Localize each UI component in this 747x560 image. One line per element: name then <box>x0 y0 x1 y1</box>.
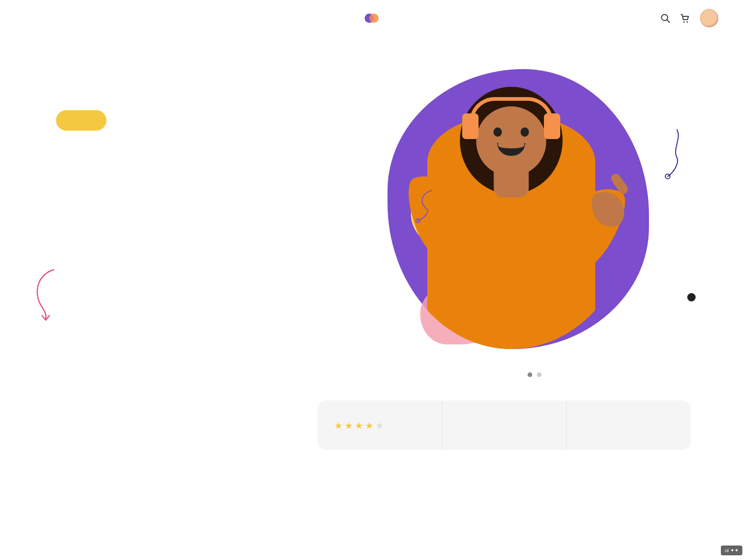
ui-badge: ui ✦✦ <box>721 546 742 555</box>
main-nav <box>0 36 747 50</box>
hero-image-area <box>359 60 710 386</box>
hero-section <box>0 50 747 386</box>
slide-dot-2[interactable] <box>537 372 542 377</box>
star-3: ★ <box>355 420 363 431</box>
hero-actions <box>56 110 359 131</box>
header <box>0 0 747 36</box>
slide-indicator <box>528 372 542 377</box>
star-2: ★ <box>345 420 353 431</box>
avatar[interactable] <box>699 8 719 28</box>
stats-section: ★ ★ ★ ★ ★ <box>0 386 747 470</box>
hero-content <box>56 60 359 131</box>
cart-icon[interactable] <box>680 13 690 23</box>
svg-point-4 <box>684 21 685 23</box>
star-4: ★ <box>365 420 374 431</box>
star-5-half: ★ <box>375 420 384 431</box>
svg-point-5 <box>687 21 688 23</box>
shop-now-button[interactable] <box>56 110 106 131</box>
svg-line-3 <box>667 20 670 23</box>
slide-dot-1[interactable] <box>528 372 532 377</box>
avatar-image <box>701 10 718 27</box>
stat-stars: ★ ★ ★ ★ ★ <box>334 420 425 431</box>
stat-card-rating: ★ ★ ★ ★ ★ <box>317 400 442 450</box>
black-dot-decoration <box>687 293 696 301</box>
stats-cards: ★ ★ ★ ★ ★ <box>317 400 691 450</box>
arrow-decoration <box>28 265 65 323</box>
logo[interactable] <box>364 10 383 26</box>
logo-icon <box>364 10 380 26</box>
search-icon[interactable] <box>660 13 670 23</box>
doodle-right-decoration <box>640 125 686 183</box>
star-1: ★ <box>334 420 343 431</box>
stat-card-sales <box>442 400 567 450</box>
doodle-left-decoration <box>404 186 441 230</box>
header-actions <box>660 8 719 28</box>
svg-point-1 <box>369 14 379 23</box>
stat-card-products <box>567 400 691 450</box>
